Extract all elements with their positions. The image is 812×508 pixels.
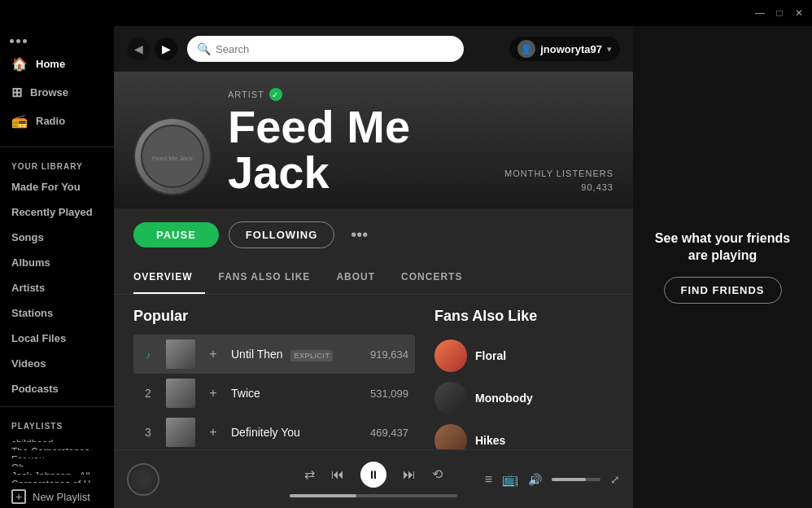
sidebar-item-artists[interactable]: Artists: [0, 275, 114, 300]
tab-about[interactable]: ABOUT: [323, 261, 388, 294]
playlist-jack-johnson[interactable]: Jack Johnson - All i...: [0, 466, 114, 475]
add-track-button[interactable]: +: [205, 346, 221, 362]
minimize-button[interactable]: —: [753, 7, 766, 20]
progress-track[interactable]: [290, 494, 457, 497]
table-row[interactable]: ♪ + Until Then EXPLICIT 919,634: [133, 335, 415, 374]
now-playing-disc: [127, 463, 159, 496]
queue-icon[interactable]: ≡: [485, 472, 492, 487]
playlist-cornerstones2[interactable]: Cornerstones of Hu...: [0, 475, 114, 483]
shuffle-button[interactable]: ⇄: [304, 466, 315, 482]
artist-label: ARTIST ✓: [228, 88, 488, 101]
devices-icon[interactable]: 📺: [502, 471, 518, 487]
find-friends-button[interactable]: FIND FRIENDS: [664, 277, 782, 304]
playlists-label: Playlists: [0, 412, 114, 434]
monthly-listeners-label: MONTHLY LISTENERS: [504, 167, 613, 182]
playlist-oh[interactable]: Oh: [0, 458, 114, 466]
maximize-button[interactable]: □: [773, 7, 786, 20]
sidebar-item-recently-played[interactable]: Recently Played: [0, 199, 114, 225]
sidebar-item-stations[interactable]: Stations: [0, 300, 114, 326]
search-bar[interactable]: 🔍: [187, 36, 464, 62]
artist-stats: MONTHLY LISTENERS 90,433: [504, 167, 613, 195]
artists-label: Artists: [11, 282, 45, 294]
topbar-right: 👤 jnoworyta97 ▾: [509, 37, 620, 61]
table-row[interactable]: 2 + Twice 531,099: [133, 374, 415, 413]
sidebar-item-browse-label: Browse: [30, 86, 68, 99]
pause-button[interactable]: PAUSE: [133, 222, 219, 247]
track-number: ♪: [140, 348, 156, 361]
search-input[interactable]: [216, 43, 454, 55]
playlist-for-you[interactable]: For you: [0, 450, 114, 458]
verified-icon: ✓: [269, 88, 282, 101]
track-plays: 469,437: [360, 427, 408, 439]
podcasts-label: Podcasts: [11, 383, 59, 395]
add-track-button[interactable]: +: [205, 424, 221, 440]
volume-icon[interactable]: 🔊: [528, 473, 542, 486]
previous-button[interactable]: ⏮: [331, 467, 344, 482]
tab-fans-also-like[interactable]: FANS ALSO LIKE: [205, 261, 323, 294]
play-pause-button[interactable]: ⏸: [360, 462, 386, 488]
repeat-button[interactable]: ⟲: [432, 466, 443, 482]
next-button[interactable]: ⏭: [403, 467, 416, 482]
sidebar-item-browse[interactable]: ⊞ Browse: [0, 78, 114, 107]
track-thumbnail: [166, 418, 195, 447]
stations-label: Stations: [11, 307, 53, 319]
sidebar-item-videos[interactable]: Videos: [0, 351, 114, 376]
artist-controls: PAUSE FOLLOWING •••: [114, 208, 633, 261]
new-playlist-button[interactable]: + New Playlist: [0, 483, 114, 508]
fan-name: Monobody: [475, 392, 533, 405]
track-name: Twice: [231, 387, 350, 400]
popular-title: Popular: [133, 308, 415, 325]
sidebar: 🏠 Home ⊞ Browse 📻 Radio Your Library Mad…: [0, 26, 114, 508]
track-number: 2: [140, 387, 156, 400]
playing-icon: ♪: [146, 349, 151, 361]
artist-info: ARTIST ✓ Feed Me Jack: [228, 88, 488, 195]
table-row[interactable]: 3 + Definitely You 469,437: [133, 413, 415, 449]
track-name: Until Then EXPLICIT: [231, 348, 350, 361]
sidebar-item-made-for-you[interactable]: Made For You: [0, 174, 114, 199]
artist-header: Feed Me Jack ARTIST ✓ Feed Me Jack MONTH…: [114, 72, 633, 208]
list-item[interactable]: Floral: [434, 335, 613, 377]
close-button[interactable]: ✕: [792, 7, 805, 20]
fans-title: Fans Also Like: [434, 308, 613, 325]
add-track-button[interactable]: +: [205, 385, 221, 401]
list-item[interactable]: Monobody: [434, 377, 613, 419]
app-body: 🏠 Home ⊞ Browse 📻 Radio Your Library Mad…: [0, 26, 812, 508]
player-center: ⇄ ⏮ ⏸ ⏭ ⟲: [290, 462, 457, 497]
tab-overview[interactable]: OVERVIEW: [133, 261, 205, 294]
new-playlist-label: New Playlist: [33, 491, 90, 503]
sidebar-item-home-label: Home: [36, 58, 65, 70]
sidebar-item-home[interactable]: 🏠 Home: [0, 50, 114, 78]
artist-page[interactable]: Feed Me Jack ARTIST ✓ Feed Me Jack MONTH…: [114, 72, 633, 449]
sidebar-top: 🏠 Home ⊞ Browse 📻 Radio: [0, 26, 114, 142]
logo-dots: [10, 39, 27, 43]
track-plays: 919,634: [360, 348, 408, 361]
back-button[interactable]: ◀: [127, 37, 150, 60]
player-controls: ⇄ ⏮ ⏸ ⏭ ⟲: [304, 462, 443, 488]
playlist-childhood[interactable]: childhood: [0, 434, 114, 442]
track-name: Definitely You: [231, 426, 350, 439]
avatar: 👤: [517, 40, 535, 58]
sidebar-item-albums[interactable]: Albums: [0, 250, 114, 275]
forward-button[interactable]: ▶: [155, 37, 177, 60]
sidebar-item-local-files[interactable]: Local Files: [0, 326, 114, 351]
sidebar-item-podcasts[interactable]: Podcasts: [0, 376, 114, 401]
recently-played-label: Recently Played: [11, 206, 93, 218]
fullscreen-button[interactable]: ⤢: [610, 473, 620, 486]
following-button[interactable]: FOLLOWING: [229, 221, 334, 248]
sidebar-logo: [0, 33, 114, 50]
sidebar-item-radio[interactable]: 📻 Radio: [0, 107, 114, 135]
fans-section: Fans Also Like Floral Monobody Hikes: [434, 308, 613, 449]
progress-bar[interactable]: [290, 494, 457, 497]
more-options-button[interactable]: •••: [344, 222, 374, 247]
local-files-label: Local Files: [11, 332, 66, 344]
tab-concerts[interactable]: CONCERTS: [388, 261, 475, 294]
track-thumbnail: [166, 379, 195, 408]
fan-name: Hikes: [475, 434, 505, 447]
sidebar-item-songs[interactable]: Songs: [0, 225, 114, 250]
friends-panel: See what your friends are playing FIND F…: [633, 26, 812, 508]
volume-slider[interactable]: [552, 478, 600, 481]
playlist-cornerstones1[interactable]: The Cornerstones o...: [0, 442, 114, 450]
track-plays: 531,099: [360, 388, 408, 400]
list-item[interactable]: Hikes: [434, 419, 613, 449]
user-menu[interactable]: 👤 jnoworyta97 ▾: [509, 37, 620, 61]
